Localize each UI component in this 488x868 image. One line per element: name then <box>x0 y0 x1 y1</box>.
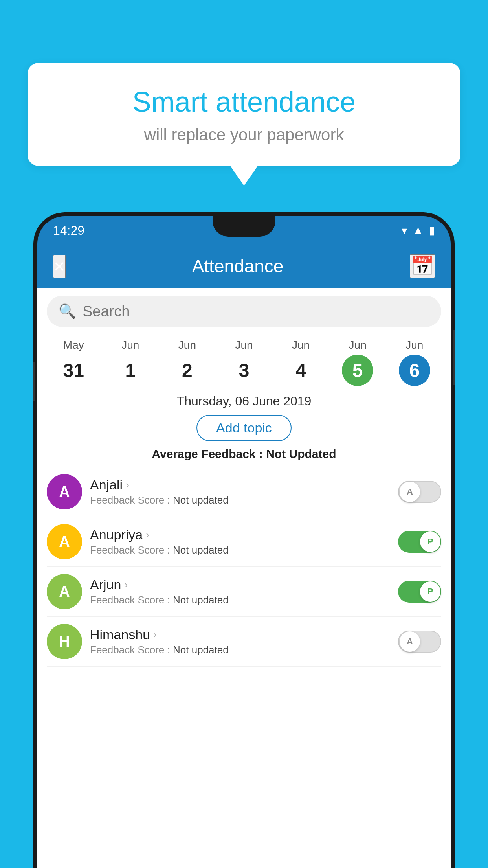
status-icons: ▾ ▲ ▮ <box>402 224 435 237</box>
avg-feedback-value: Not Updated <box>266 447 336 460</box>
student-list: AAnjali ›Feedback Score : Not updatedAAA… <box>37 467 451 667</box>
calendar-day-31[interactable]: May31 <box>45 339 102 386</box>
student-feedback: Feedback Score : Not updated <box>90 594 398 606</box>
student-name: Arjun › <box>90 577 398 592</box>
toggle-knob: P <box>420 531 440 552</box>
calendar-button[interactable]: 📅 <box>410 254 435 278</box>
chevron-right-icon: › <box>126 479 129 491</box>
wifi-icon: ▾ <box>402 224 407 237</box>
add-topic-button[interactable]: Add topic <box>196 415 292 441</box>
student-feedback: Feedback Score : Not updated <box>90 644 398 656</box>
cal-date-number: 1 <box>115 355 146 386</box>
student-row[interactable]: AArjun ›Feedback Score : Not updatedP <box>47 567 441 617</box>
speech-bubble-tail <box>230 166 258 186</box>
close-button[interactable]: × <box>53 255 66 278</box>
calendar-day-1[interactable]: Jun1 <box>102 339 159 386</box>
calendar-day-4[interactable]: Jun4 <box>272 339 329 386</box>
avatar: H <box>47 624 82 659</box>
student-row[interactable]: AAnupriya ›Feedback Score : Not updatedP <box>47 517 441 567</box>
cal-date-number: 31 <box>58 355 89 386</box>
selected-date-label: Thursday, 06 June 2019 <box>37 394 451 408</box>
screen-content: 🔍 May31Jun1Jun2Jun3Jun4Jun5Jun6 Thursday… <box>37 288 451 868</box>
student-info: Anjali ›Feedback Score : Not updated <box>90 477 398 506</box>
cal-month-label: Jun <box>272 339 329 351</box>
phone-inner: 14:29 ▾ ▲ ▮ × Attendance 📅 🔍 May31Jun1Ju… <box>37 216 451 868</box>
student-feedback: Feedback Score : Not updated <box>90 494 398 506</box>
cal-month-label: Jun <box>102 339 159 351</box>
avg-feedback: Average Feedback : Not Updated <box>37 447 451 461</box>
calendar-day-5[interactable]: Jun5 <box>329 339 386 386</box>
toggle-knob: A <box>400 482 420 502</box>
avatar: A <box>47 574 82 609</box>
avatar: A <box>47 474 82 509</box>
student-row[interactable]: HHimanshu ›Feedback Score : Not updatedA <box>47 617 441 667</box>
search-icon: 🔍 <box>59 303 76 320</box>
toggle-knob: P <box>420 581 440 602</box>
speech-bubble: Smart attendance will replace your paper… <box>28 63 460 166</box>
app-bar-title: Attendance <box>192 256 284 277</box>
search-bar[interactable]: 🔍 <box>47 296 441 327</box>
speech-bubble-title: Smart attendance <box>51 86 437 118</box>
toggle-knob: A <box>400 631 420 652</box>
student-info: Anupriya ›Feedback Score : Not updated <box>90 527 398 556</box>
calendar-icon: 📅 <box>411 256 434 276</box>
cal-date-number: 3 <box>228 355 260 386</box>
cal-date-number: 4 <box>285 355 317 386</box>
student-row[interactable]: AAnjali ›Feedback Score : Not updatedA <box>47 467 441 517</box>
feedback-value: Not updated <box>173 494 229 506</box>
calendar-day-3[interactable]: Jun3 <box>216 339 273 386</box>
speech-bubble-container: Smart attendance will replace your paper… <box>28 63 460 186</box>
attendance-toggle[interactable]: A <box>398 481 441 503</box>
student-feedback: Feedback Score : Not updated <box>90 544 398 556</box>
attendance-toggle-wrap: P <box>398 581 441 603</box>
notch <box>213 216 275 237</box>
attendance-toggle[interactable]: A <box>398 631 441 653</box>
battery-icon: ▮ <box>429 224 435 237</box>
student-name: Himanshu › <box>90 627 398 642</box>
search-input[interactable] <box>83 303 429 320</box>
attendance-toggle-wrap: A <box>398 631 441 653</box>
app-bar: × Attendance 📅 <box>37 245 451 288</box>
feedback-value: Not updated <box>173 544 229 556</box>
cal-date-number: 2 <box>171 355 203 386</box>
attendance-toggle[interactable]: P <box>398 581 441 603</box>
calendar-strip: May31Jun1Jun2Jun3Jun4Jun5Jun6 <box>37 335 451 386</box>
avg-feedback-label: Average Feedback : <box>152 447 262 460</box>
feedback-value: Not updated <box>173 644 229 656</box>
attendance-toggle-wrap: P <box>398 531 441 553</box>
cal-date-number: 6 <box>399 355 430 386</box>
attendance-toggle-wrap: A <box>398 481 441 503</box>
student-name: Anupriya › <box>90 527 398 542</box>
cal-date-number: 5 <box>342 355 373 386</box>
status-time: 14:29 <box>53 223 84 238</box>
cal-month-label: May <box>45 339 102 351</box>
chevron-right-icon: › <box>146 529 149 541</box>
cal-month-label: Jun <box>386 339 443 351</box>
signal-icon: ▲ <box>413 224 424 237</box>
attendance-toggle[interactable]: P <box>398 531 441 553</box>
cal-month-label: Jun <box>159 339 216 351</box>
student-info: Arjun ›Feedback Score : Not updated <box>90 577 398 606</box>
avatar: A <box>47 524 82 559</box>
calendar-day-2[interactable]: Jun2 <box>159 339 216 386</box>
power-button <box>453 330 455 385</box>
student-info: Himanshu ›Feedback Score : Not updated <box>90 627 398 656</box>
feedback-value: Not updated <box>173 594 229 606</box>
cal-month-label: Jun <box>329 339 386 351</box>
student-name: Anjali › <box>90 477 398 493</box>
chevron-right-icon: › <box>124 579 128 591</box>
cal-month-label: Jun <box>216 339 273 351</box>
volume-button <box>33 362 35 401</box>
calendar-day-6[interactable]: Jun6 <box>386 339 443 386</box>
speech-bubble-subtitle: will replace your paperwork <box>51 125 437 144</box>
phone-frame: 14:29 ▾ ▲ ▮ × Attendance 📅 🔍 May31Jun1Ju… <box>33 212 455 868</box>
chevron-right-icon: › <box>153 629 157 641</box>
